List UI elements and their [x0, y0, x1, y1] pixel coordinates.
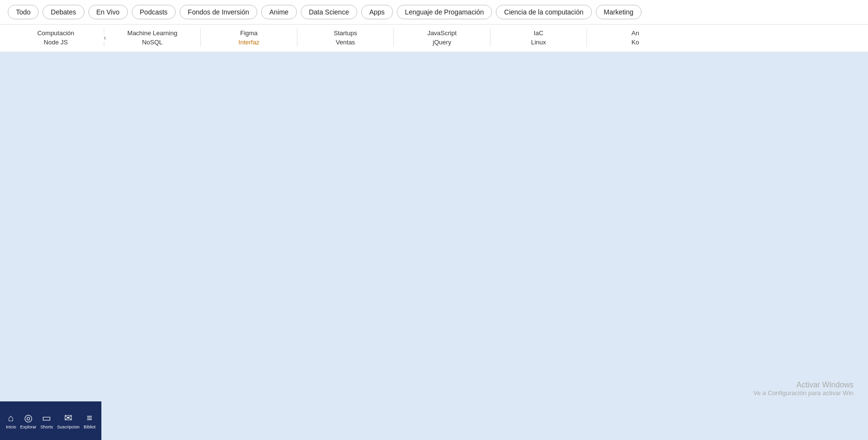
subtag-group-5: JavaScript jQuery [394, 28, 490, 47]
filter-ciencia[interactable]: Ciencia de la computación [496, 5, 591, 19]
filter-apps[interactable]: Apps [361, 5, 393, 19]
taskbar-inicio[interactable]: ⌂ Inicio [6, 412, 16, 429]
subtags-bar: Computación Node JS Machine Learning NoS… [0, 25, 868, 52]
subtag-iac[interactable]: IaC [532, 28, 545, 38]
filter-fondos[interactable]: Fondos de Inversión [180, 5, 257, 19]
nav-arrow-left[interactable]: ‹ [104, 34, 106, 41]
filter-todo[interactable]: Todo [8, 5, 39, 19]
taskbar-inicio-label: Inicio [6, 425, 16, 429]
taskbar-biblioteca-label: Bibliot [84, 425, 96, 429]
home-icon: ⌂ [8, 412, 14, 424]
shorts-icon: ▭ [42, 412, 51, 424]
subtag-javascript[interactable]: JavaScript [425, 28, 459, 38]
taskbar-explorar[interactable]: ◎ Explorar [20, 412, 37, 429]
subtag-group-1: Computación Node JS [8, 28, 104, 47]
explore-icon: ◎ [24, 412, 32, 424]
taskbar-biblioteca[interactable]: ≡ Bibliot [84, 412, 96, 429]
subtag-group-2: Machine Learning NoSQL [104, 28, 201, 47]
subtag-group-7: An Ko [587, 28, 684, 47]
filter-marketing[interactable]: Marketing [596, 5, 642, 19]
subtag-jquery[interactable]: jQuery [431, 38, 453, 47]
subtag-nodejs[interactable]: Node JS [42, 38, 70, 47]
subtag-group-3: Figma Interfaz [201, 28, 297, 47]
subtag-linux[interactable]: Linux [529, 38, 548, 47]
taskbar: ⌂ Inicio ◎ Explorar ▭ Shorts ✉ Suscripci… [0, 401, 101, 440]
filter-data-science[interactable]: Data Science [301, 5, 357, 19]
subtag-machine-learning[interactable]: Machine Learning [126, 28, 179, 38]
windows-watermark: Activar Windows Ve a Configuración para … [754, 381, 854, 397]
main-content [0, 52, 868, 415]
subtag-figma[interactable]: Figma [238, 28, 259, 38]
subtag-group-4: Startups Ventas [297, 28, 394, 47]
library-icon: ≡ [87, 412, 93, 424]
subscriptions-icon: ✉ [64, 412, 72, 424]
filter-debates[interactable]: Debates [42, 5, 84, 19]
subtag-computacion[interactable]: Computación [35, 28, 76, 38]
taskbar-suscripcion-label: Suscripcion [57, 425, 80, 429]
subtag-an[interactable]: An [630, 28, 641, 38]
windows-activate-title: Activar Windows [754, 381, 854, 389]
taskbar-shorts[interactable]: ▭ Shorts [41, 412, 53, 429]
subtag-startups[interactable]: Startups [332, 28, 359, 38]
taskbar-suscripcion[interactable]: ✉ Suscripcion [57, 412, 80, 429]
subtag-ko[interactable]: Ko [630, 38, 641, 47]
filter-lenguaje[interactable]: Lenguaje de Progamación [397, 5, 492, 19]
subtag-nosql[interactable]: NoSQL [140, 38, 165, 47]
taskbar-shorts-label: Shorts [41, 425, 53, 429]
subtag-interfaz[interactable]: Interfaz [237, 38, 261, 47]
filter-bar: Todo Debates En Vivo Podcasts Fondos de … [0, 0, 868, 25]
subtag-group-6: IaC Linux [490, 28, 587, 47]
subtag-ventas[interactable]: Ventas [334, 38, 357, 47]
windows-activate-subtitle: Ve a Configuración para activar Win [754, 389, 854, 397]
filter-en-vivo[interactable]: En Vivo [88, 5, 128, 19]
filter-anime[interactable]: Anime [261, 5, 297, 19]
filter-podcasts[interactable]: Podcasts [132, 5, 176, 19]
taskbar-explorar-label: Explorar [20, 425, 37, 429]
